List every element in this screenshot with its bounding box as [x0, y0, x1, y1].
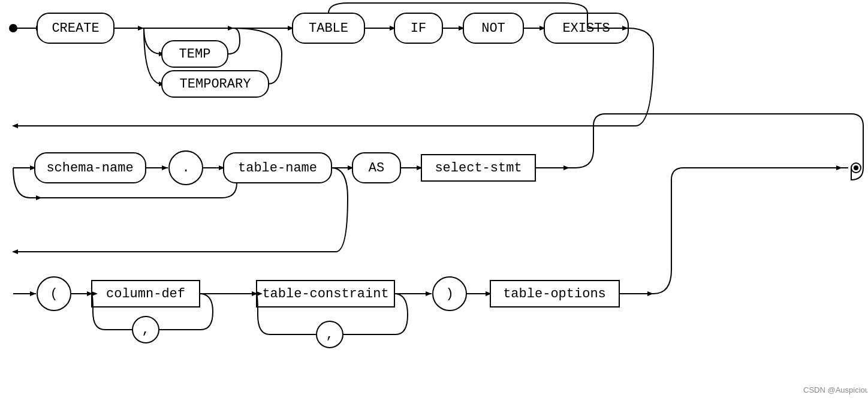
svg-marker-31 — [12, 249, 18, 254]
table-options-label: table-options — [503, 287, 606, 302]
svg-marker-20 — [162, 165, 168, 170]
temp-label: TEMP — [179, 47, 211, 62]
table-label: TABLE — [309, 21, 348, 36]
svg-marker-3 — [138, 26, 144, 31]
comma1-label: , — [141, 322, 149, 337]
watermark: CSDN @AuspiciousChan — [803, 385, 868, 394]
schema-name-label: schema-name — [46, 161, 133, 176]
table-name-label: table-name — [238, 161, 317, 176]
dot-label: . — [182, 161, 189, 176]
rparen-label: ) — [445, 287, 453, 302]
table-constraint-label: table-constraint — [262, 287, 388, 302]
svg-marker-24 — [36, 195, 42, 200]
svg-marker-42 — [426, 291, 432, 296]
svg-marker-34 — [30, 291, 36, 296]
end-bullet-inner — [854, 165, 858, 170]
svg-marker-5 — [228, 26, 234, 31]
not-label: NOT — [481, 21, 505, 36]
start-bullet — [9, 24, 17, 32]
svg-marker-16 — [12, 123, 18, 128]
lparen-label: ( — [50, 287, 58, 302]
if-label: IF — [411, 21, 426, 36]
svg-marker-32 — [563, 165, 569, 170]
as-label: AS — [369, 161, 384, 176]
create-label: CREATE — [52, 21, 99, 36]
comma2-label: , — [326, 327, 333, 342]
select-stmt-label: select-stmt — [435, 161, 522, 176]
svg-marker-46 — [647, 291, 653, 296]
column-def-label: column-def — [106, 287, 185, 302]
temporary-label: TEMPORARY — [180, 77, 251, 92]
